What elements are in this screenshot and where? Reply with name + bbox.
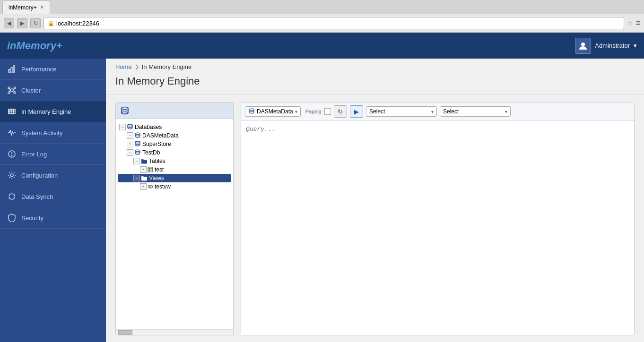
sidebar-item-system-activity[interactable]: System Activity xyxy=(0,122,106,144)
tree-scrollbar-thumb[interactable] xyxy=(118,330,132,335)
superstore-icon xyxy=(134,141,141,147)
sidebar-item-in-memory-engine[interactable]: In Memory Engine xyxy=(0,101,106,122)
address-bar: ◀ ▶ ↻ 🔒 localhost:22346 ☆ ≡ xyxy=(0,14,644,32)
forward-button[interactable]: ▶ xyxy=(17,18,27,28)
svg-rect-27 xyxy=(148,167,153,172)
refresh-button[interactable]: ↻ xyxy=(334,105,347,118)
sidebar-label-configuration: Configuration xyxy=(21,172,58,179)
paging-checkbox[interactable] xyxy=(324,108,331,115)
tree-toggle-tables[interactable]: − xyxy=(133,158,140,164)
db-header-icon xyxy=(121,106,129,115)
svg-point-33 xyxy=(249,109,254,111)
sidebar-label-error-log: Error Log xyxy=(21,151,47,158)
main-area: Performance Cluster In Memory Engine Sys… xyxy=(0,59,644,342)
db-selector-arrow-icon: ▾ xyxy=(295,109,297,114)
user-avatar-icon xyxy=(575,38,591,54)
bookmark-icon[interactable]: ☆ xyxy=(627,19,633,27)
breadcrumb: Home ❯ In Memory Engine xyxy=(106,59,644,73)
query-panel: DASMetaData ▾ Paging ↻ ▶ Select xyxy=(241,102,635,335)
tree-toggle-databases[interactable]: − xyxy=(119,124,126,130)
header-right: Adminstrator ▾ xyxy=(575,38,637,54)
sidebar-item-error-log[interactable]: Error Log xyxy=(0,144,106,165)
databases-icon xyxy=(127,124,133,130)
tree-node-dasmetadata[interactable]: − DASMetaData xyxy=(118,131,231,140)
sidebar-label-performance: Performance xyxy=(21,66,56,73)
config-icon xyxy=(7,171,17,180)
db-selector-icon xyxy=(248,108,255,115)
tables-folder-icon xyxy=(141,158,148,164)
sidebar-item-cluster[interactable]: Cluster xyxy=(0,80,106,101)
back-button[interactable]: ◀ xyxy=(4,18,14,28)
url-bar[interactable]: 🔒 localhost:22346 xyxy=(44,17,624,29)
tree-node-superstore[interactable]: + SuperStore xyxy=(118,140,231,148)
sidebar-item-data-synch[interactable]: Data Synch xyxy=(0,186,106,207)
tree-node-views[interactable]: − Views xyxy=(118,174,231,182)
reload-button[interactable]: ↻ xyxy=(30,18,41,28)
tree-node-testdb[interactable]: − TestDb xyxy=(118,148,231,157)
tab-title: inMemory+ xyxy=(9,4,37,11)
sidebar-label-memory-engine: In Memory Engine xyxy=(21,108,71,115)
breadcrumb-separator: ❯ xyxy=(135,64,139,70)
sidebar-label-cluster: Cluster xyxy=(21,87,41,94)
select-dropdown-2[interactable]: Select ▾ xyxy=(440,106,511,117)
tree-toggle-testvw[interactable]: + xyxy=(140,183,147,190)
tree-node-test[interactable]: + test xyxy=(118,165,231,174)
browser-menu-icon[interactable]: ≡ xyxy=(636,19,640,27)
tree-label-superstore: SuperStore xyxy=(142,141,171,147)
tree-toggle-testdb[interactable]: − xyxy=(127,149,133,156)
app-container: inMemory+ Adminstrator ▾ Performance C xyxy=(0,33,644,342)
tree-node-tables[interactable]: − Tables xyxy=(118,157,231,165)
tree-node-databases[interactable]: − Databases xyxy=(118,123,231,131)
views-folder-icon xyxy=(141,175,148,181)
svg-point-25 xyxy=(135,141,140,143)
db-selector-label: DASMetaData xyxy=(257,108,293,115)
sync-icon xyxy=(7,192,17,201)
tree-toggle-dasmetadata[interactable]: − xyxy=(127,132,133,139)
tree-toggle-superstore[interactable]: + xyxy=(127,141,133,147)
cluster-icon xyxy=(7,86,17,95)
svg-point-26 xyxy=(135,150,140,152)
svg-point-22 xyxy=(122,107,128,110)
chart-icon xyxy=(7,64,17,74)
tree-toggle-test[interactable]: + xyxy=(140,166,147,173)
tree-scrollbar[interactable] xyxy=(116,329,233,335)
tree-label-dasmetadata: DASMetaData xyxy=(142,132,179,139)
svg-point-24 xyxy=(135,133,140,135)
select-2-arrow-icon: ▾ xyxy=(505,109,507,114)
panels-area: − Databases − DASMetaData + xyxy=(106,95,644,342)
sidebar-item-performance[interactable]: Performance xyxy=(0,59,106,80)
tree-label-testdb: TestDb xyxy=(142,149,160,156)
sidebar-item-configuration[interactable]: Configuration xyxy=(0,165,106,186)
admin-dropdown-icon[interactable]: ▾ xyxy=(634,42,637,49)
logo-text: inMemory xyxy=(7,40,56,51)
breadcrumb-current: In Memory Engine xyxy=(142,63,192,70)
dasmetadata-icon xyxy=(134,132,141,139)
query-textarea[interactable] xyxy=(241,121,634,335)
db-selector[interactable]: DASMetaData ▾ xyxy=(245,106,301,117)
sidebar-label-data-synch: Data Synch xyxy=(21,193,53,200)
select-2-label: Select xyxy=(443,108,459,115)
testdb-icon xyxy=(134,149,141,156)
breadcrumb-home[interactable]: Home xyxy=(115,63,132,70)
tree-panel: − Databases − DASMetaData + xyxy=(115,102,234,335)
activity-icon xyxy=(7,128,17,137)
tree-panel-header xyxy=(116,103,233,119)
admin-label: Adminstrator xyxy=(595,42,630,49)
tree-label-databases: Databases xyxy=(135,124,162,130)
play-button[interactable]: ▶ xyxy=(350,105,363,118)
sidebar: Performance Cluster In Memory Engine Sys… xyxy=(0,59,106,342)
sidebar-item-security[interactable]: Security xyxy=(0,207,106,229)
svg-rect-3 xyxy=(13,66,15,72)
app-header: inMemory+ Adminstrator ▾ xyxy=(0,33,644,59)
tab-close-button[interactable]: ✕ xyxy=(40,4,44,10)
svg-point-31 xyxy=(148,185,153,188)
select-1-label: Select xyxy=(369,108,385,115)
tree-toggle-views[interactable]: − xyxy=(133,175,140,181)
tree-node-testvw[interactable]: + testvw xyxy=(118,182,231,191)
select-dropdown-1[interactable]: Select ▾ xyxy=(366,106,437,117)
test-table-icon xyxy=(148,167,153,172)
browser-tab[interactable]: inMemory+ ✕ xyxy=(2,0,50,14)
logo-plus: + xyxy=(56,40,62,51)
svg-point-0 xyxy=(581,43,585,46)
tree-label-test: test xyxy=(155,166,164,173)
